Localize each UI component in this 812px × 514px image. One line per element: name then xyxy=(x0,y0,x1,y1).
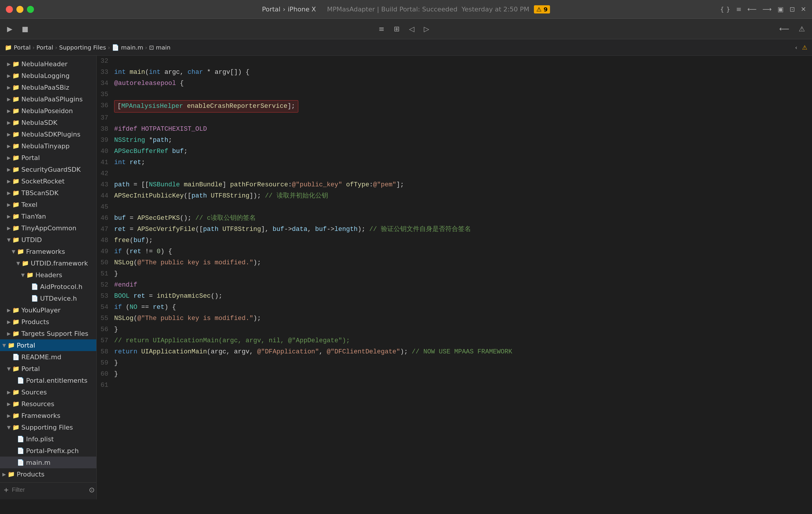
sidebar-item-supporting-files[interactable]: 📁Supporting Files xyxy=(0,422,96,433)
line-content[interactable]: path = [[NSBundle mainBundle] pathForRes… xyxy=(114,179,812,190)
sidebar-item-frameworks-2[interactable]: 📁Frameworks xyxy=(0,480,96,482)
breadcrumb-portal2[interactable]: Portal xyxy=(36,44,53,51)
sidebar-item-sources[interactable]: 📁Sources xyxy=(0,386,96,398)
sidebar-item-nebula-sdk[interactable]: 📁NebulaSDK xyxy=(0,117,96,128)
breadcrumb-main-fn[interactable]: ⊡ main xyxy=(149,44,170,51)
sidebar-item-tian-yan[interactable]: 📁TianYan xyxy=(0,210,96,222)
line-content[interactable]: } xyxy=(114,369,812,380)
sidebar-item-tb-scan-sdk[interactable]: 📁TBScanSDK xyxy=(0,187,96,199)
breadcrumb-portal[interactable]: Portal xyxy=(14,44,30,51)
split-view-button[interactable]: ▣ xyxy=(778,5,784,13)
line-content[interactable]: #endif xyxy=(114,279,812,291)
sidebar-item-nebula-tinyapp[interactable]: 📁NebulaTinyapp xyxy=(0,140,96,152)
breadcrumb-main-m[interactable]: 📄 main.m xyxy=(112,44,143,51)
sidebar-item-utdid-frameworks[interactable]: 📁Frameworks xyxy=(0,246,96,257)
sidebar-item-utdid-headers[interactable]: 📁Headers xyxy=(0,269,96,281)
sidebar-item-resources[interactable]: 📁Resources xyxy=(0,398,96,410)
sidebar-item-nebula-poseidon[interactable]: 📁NebulaPoseidon xyxy=(0,105,96,117)
list-view-button[interactable]: ≡ xyxy=(736,5,742,13)
line-content[interactable]: if (NO == ret) { xyxy=(114,302,812,313)
line-content[interactable]: APSecBufferRef buf; xyxy=(114,146,812,157)
back-button[interactable]: ◁ xyxy=(407,24,416,34)
line-content[interactable]: APSecInitPublicKey([path UTF8String]); /… xyxy=(114,190,812,201)
grid-button[interactable]: ⊞ xyxy=(392,24,402,34)
sidebar-item-security-guard-sdk[interactable]: 📁SecurityGuardSDK xyxy=(0,164,96,175)
line-content[interactable]: int ret; xyxy=(114,157,812,168)
add-file-button[interactable]: + xyxy=(3,486,9,493)
code-view-button[interactable]: { } xyxy=(720,5,730,13)
sidebar-item-products-1[interactable]: 📁Products xyxy=(0,316,96,328)
sidebar-item-tiny-app-common[interactable]: 📁TinyAppCommon xyxy=(0,222,96,234)
line-content[interactable]: BOOL ret = initDynamicSec(); xyxy=(114,291,812,302)
sort-button[interactable]: ⊙ xyxy=(89,486,94,494)
file-button[interactable]: ≡ xyxy=(376,24,387,34)
scheme-selector[interactable]: ▶ xyxy=(5,24,14,34)
maximize-button[interactable] xyxy=(27,6,34,13)
minimize-button[interactable] xyxy=(17,6,23,13)
line-content[interactable]: int main(int argc, char * argv[]) { xyxy=(114,67,812,78)
line-content[interactable]: ret = APSecVerifyFile([path UTF8String],… xyxy=(114,224,812,235)
code-editor[interactable]: 3233int main(int argc, char * argv[]) {3… xyxy=(96,56,812,499)
line-content[interactable]: @autoreleasepool { xyxy=(114,78,812,89)
sidebar-item-socket-rocket[interactable]: 📁SocketRocket xyxy=(0,175,96,187)
line-content[interactable]: buf = APSecGetPKS(); // c读取公钥的签名 xyxy=(114,213,812,224)
breadcrumb-nav-left[interactable]: ‹ xyxy=(795,44,798,51)
sidebar-item-frameworks[interactable]: 📁Frameworks xyxy=(0,410,96,422)
sidebar-item-nebula-sdk-plugins[interactable]: 📁NebulaSDKPlugins xyxy=(0,128,96,140)
line-content[interactable] xyxy=(114,380,812,391)
breadcrumb-warning-icon[interactable]: ⚠ xyxy=(802,44,807,51)
sidebar-item-targets-support-files[interactable]: 📁Targets Support Files xyxy=(0,328,96,339)
sidebar-label: NebulaPoseidon xyxy=(21,107,73,115)
line-number: 58 xyxy=(96,346,114,357)
folder-arrow xyxy=(7,214,11,219)
sidebar-item-portal-prefix-pch[interactable]: 📄Portal-Prefix.pch xyxy=(0,445,96,457)
line-content[interactable]: NSString *path; xyxy=(114,135,812,146)
sidebar-item-utdevice-h[interactable]: 📄UTDevice.h xyxy=(0,293,96,304)
line-content[interactable] xyxy=(114,56,812,67)
close-button[interactable] xyxy=(6,6,13,13)
sidebar-item-nebula-header[interactable]: 📁NebulaHeader xyxy=(0,58,96,70)
sidebar-item-info-plist[interactable]: 📄Info.plist xyxy=(0,433,96,445)
forward-button[interactable]: ▷ xyxy=(422,24,432,34)
sidebar-item-nebulam-paas-plugins[interactable]: 📁NebulaPaaSPlugins xyxy=(0,93,96,105)
sidebar-item-portal[interactable]: 📁Portal xyxy=(0,152,96,164)
sidebar-item-nebula-logging[interactable]: 📁NebulaLogging xyxy=(0,70,96,81)
line-content[interactable]: } xyxy=(114,357,812,369)
sidebar-item-portal-root[interactable]: 📁Portal xyxy=(0,339,96,351)
line-content[interactable]: NSLog(@"The public key is modified."); xyxy=(114,257,812,268)
sidebar-item-texel[interactable]: 📁Texel xyxy=(0,199,96,210)
warning-nav-right[interactable]: ⚠ xyxy=(796,24,808,34)
sidebar-item-products-2[interactable]: 📁Products xyxy=(0,468,96,480)
line-content[interactable] xyxy=(114,112,812,124)
sidebar-item-aid-protocol-h[interactable]: 📄AidProtocol.h xyxy=(0,281,96,293)
sidebar-label: Sources xyxy=(21,388,47,396)
line-content[interactable]: } xyxy=(114,324,812,335)
warning-nav-left[interactable]: ⟵ xyxy=(777,24,791,34)
nav-back-button[interactable]: ⟵ xyxy=(747,5,757,13)
line-content[interactable]: // return UIApplicationMain(argc, argv, … xyxy=(114,335,812,346)
sidebar-item-main-m[interactable]: 📄main.m xyxy=(0,457,96,468)
sidebar-item-you-ku-player[interactable]: 📁YouKuPlayer xyxy=(0,304,96,316)
line-content[interactable] xyxy=(114,168,812,179)
sidebar-item-readme-md[interactable]: 📄README.md xyxy=(0,351,96,363)
sidebar-item-utdid[interactable]: 📁UTDID xyxy=(0,234,96,246)
sidebar-item-portal-folder[interactable]: 📁Portal xyxy=(0,363,96,375)
inspector-button[interactable]: ⊡ xyxy=(789,5,795,13)
line-content[interactable] xyxy=(114,201,812,213)
line-content[interactable]: [MPAnalysisHelper enableCrashReporterSer… xyxy=(114,100,812,112)
filter-input[interactable] xyxy=(12,486,86,493)
line-content[interactable]: free(buf); xyxy=(114,235,812,246)
line-content[interactable]: if (ret != 0) { xyxy=(114,246,812,257)
line-content[interactable] xyxy=(114,89,812,100)
nav-forward-button[interactable]: ⟶ xyxy=(762,5,772,13)
line-content[interactable]: #ifdef HOTPATCHEXIST_OLD xyxy=(114,124,812,135)
sidebar-item-portal-entitlements[interactable]: 📄Portal.entitlements xyxy=(0,375,96,386)
sidebar-item-nebulam-paas-biz[interactable]: 📁NebulaPaaSBiz xyxy=(0,81,96,93)
line-content[interactable]: } xyxy=(114,268,812,279)
line-content[interactable]: return UIApplicationMain(argc, argv, @"D… xyxy=(114,346,812,357)
line-content[interactable]: NSLog(@"The public key is modified."); xyxy=(114,313,812,324)
sidebar-item-utdid-framework[interactable]: 📁UTDID.framework xyxy=(0,257,96,269)
breadcrumb-supporting-files[interactable]: Supporting Files xyxy=(59,44,106,51)
stop-button[interactable]: ■ xyxy=(19,24,31,34)
close-panel-button[interactable]: ✕ xyxy=(801,5,806,13)
